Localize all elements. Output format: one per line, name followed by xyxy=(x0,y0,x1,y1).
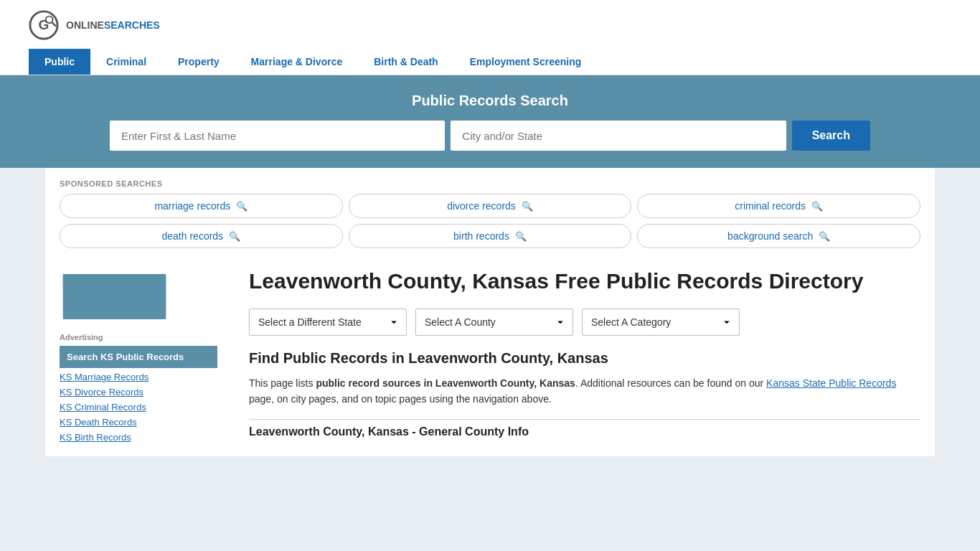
nav-item-property[interactable]: Property xyxy=(162,49,235,75)
sponsored-divorce-records[interactable]: divorce records 🔍 xyxy=(349,194,632,218)
general-info-title: Leavenworth County, Kansas - General Cou… xyxy=(249,425,920,438)
search-icon-6: 🔍 xyxy=(819,231,830,242)
nav-item-employment[interactable]: Employment Screening xyxy=(454,49,598,75)
main-content: Leavenworth County, Kansas Free Public R… xyxy=(249,263,920,445)
kansas-map-icon xyxy=(60,263,171,331)
content-wrapper: SPONSORED SEARCHES marriage records 🔍 di… xyxy=(45,168,935,456)
sponsored-grid: marriage records 🔍 divorce records 🔍 cri… xyxy=(60,194,920,248)
page-heading-area: Leavenworth County, Kansas Free Public R… xyxy=(249,268,920,294)
find-records-title: Find Public Records in Leavenworth Count… xyxy=(249,350,920,367)
sidebar-link-marriage[interactable]: KS Marriage Records xyxy=(60,369,217,385)
state-dropdown[interactable]: Select a Different State xyxy=(249,309,407,336)
svg-rect-6 xyxy=(63,274,84,286)
search-icon-2: 🔍 xyxy=(522,201,533,212)
county-dropdown[interactable]: Select A County xyxy=(415,309,573,336)
sponsored-label: SPONSORED SEARCHES xyxy=(60,179,920,188)
search-icon-1: 🔍 xyxy=(236,201,248,212)
sidebar-ad-active[interactable]: Search KS Public Records xyxy=(60,346,217,368)
sidebar: Advertising Search KS Public Records KS … xyxy=(60,263,217,445)
svg-line-3 xyxy=(52,22,55,26)
logo-online: ONLINE xyxy=(66,19,104,31)
find-desc-2: . Additional resources can be found on o… xyxy=(575,377,766,389)
nav-item-public[interactable]: Public xyxy=(29,49,90,75)
sponsored-background-text: background search xyxy=(727,230,813,242)
sponsored-marriage-text: marriage records xyxy=(154,200,230,212)
search-icon-5: 🔍 xyxy=(515,231,527,242)
logo-text: ONLINESEARCHES xyxy=(66,19,160,31)
section-divider xyxy=(249,419,920,420)
search-banner: Public Records Search Search xyxy=(0,75,980,168)
sponsored-divorce-text: divorce records xyxy=(447,200,516,212)
page-title: Leavenworth County, Kansas Free Public R… xyxy=(249,268,863,294)
location-input[interactable] xyxy=(451,121,786,151)
find-records-description: This page lists public record sources in… xyxy=(249,375,920,408)
main-nav: Public Criminal Property Marriage & Divo… xyxy=(29,49,951,75)
banner-title: Public Records Search xyxy=(29,93,951,109)
category-dropdown[interactable]: Select A Category xyxy=(582,309,740,336)
kansas-state-link[interactable]: Kansas State Public Records xyxy=(766,377,896,389)
search-button[interactable]: Search xyxy=(792,121,870,151)
nav-item-marriage-divorce[interactable]: Marriage & Divorce xyxy=(235,49,359,75)
sidebar-link-divorce[interactable]: KS Divorce Records xyxy=(60,385,217,400)
sidebar-link-birth[interactable]: KS Birth Records xyxy=(60,430,217,445)
sponsored-criminal-text: criminal records xyxy=(735,200,806,212)
sidebar-link-criminal[interactable]: KS Criminal Records xyxy=(60,400,217,415)
sponsored-birth-text: birth records xyxy=(453,230,509,242)
two-column-layout: Advertising Search KS Public Records KS … xyxy=(60,263,920,445)
logo-searches: SEARCHES xyxy=(104,19,160,31)
sidebar-ad-label: Advertising xyxy=(60,333,217,342)
logo-area: G ONLINESEARCHES xyxy=(29,10,951,40)
sponsored-death-text: death records xyxy=(162,230,224,242)
name-input[interactable] xyxy=(110,121,445,151)
search-form: Search xyxy=(110,121,870,151)
logo-icon: G xyxy=(29,10,59,40)
find-desc-1: This page lists xyxy=(249,377,316,389)
sidebar-link-death[interactable]: KS Death Records xyxy=(60,415,217,430)
sponsored-marriage-records[interactable]: marriage records 🔍 xyxy=(60,194,343,218)
sponsored-criminal-records[interactable]: criminal records 🔍 xyxy=(637,194,920,218)
sponsored-death-records[interactable]: death records 🔍 xyxy=(60,224,343,248)
content-area: SPONSORED SEARCHES marriage records 🔍 di… xyxy=(45,168,935,456)
search-icon-4: 🔍 xyxy=(229,231,240,242)
sponsored-background-search[interactable]: background search 🔍 xyxy=(637,224,920,248)
header: G ONLINESEARCHES Public Criminal Propert… xyxy=(0,0,980,75)
search-icon-3: 🔍 xyxy=(811,201,823,212)
dropdowns-row: Select a Different State Select A County… xyxy=(249,309,920,336)
nav-item-birth-death[interactable]: Birth & Death xyxy=(358,49,453,75)
find-bold: public record sources in Leavenworth Cou… xyxy=(316,377,575,389)
find-desc-3: page, on city pages, and on topic pages … xyxy=(249,393,552,405)
nav-item-criminal[interactable]: Criminal xyxy=(90,49,162,75)
sponsored-birth-records[interactable]: birth records 🔍 xyxy=(349,224,632,248)
